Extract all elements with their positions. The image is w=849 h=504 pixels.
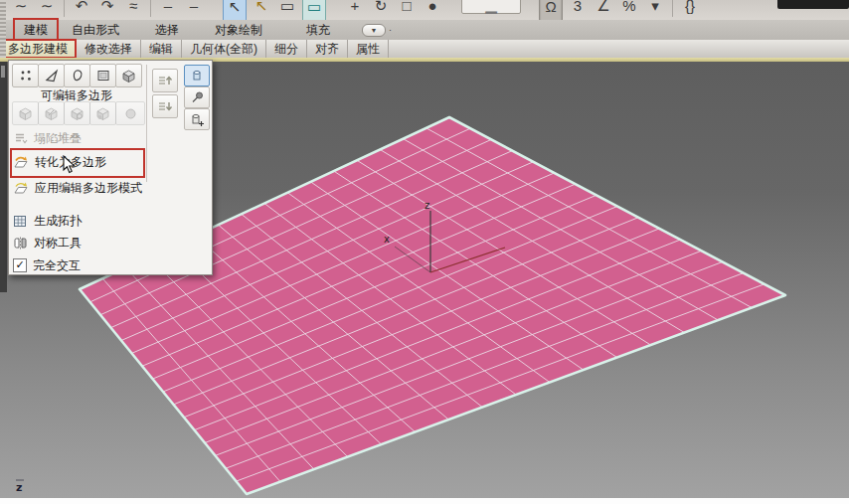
preset-button-2: [38, 101, 65, 125]
ribbon-section-bar: 多边形建模 修改选择 编辑 几何体(全部) 细分 对齐 属性: [0, 40, 849, 58]
window-edge-grip: [0, 0, 6, 58]
symmetry-tools-icon: [13, 236, 28, 251]
world-axis-z-label: z: [16, 481, 22, 494]
border-icon: [71, 69, 85, 83]
symmetry-tools-item[interactable]: 对称工具: [13, 233, 202, 252]
convert-to-poly-item[interactable]: 转化为多边形: [13, 152, 202, 172]
section-geometry-all[interactable]: 几何体(全部): [182, 40, 266, 58]
ribbon-minimize-icon: ▼: [362, 24, 386, 37]
element-mode-button[interactable]: [115, 64, 142, 87]
cutoff-ui-fragment: [777, 0, 849, 9]
polygon-icon: [96, 69, 110, 83]
toolbar-slot-icon[interactable]: ‒: [157, 0, 179, 21]
polygon-modeling-panel: 可编辑多边形 塌陷堆叠 转化为多边形: [8, 60, 213, 275]
move-icon[interactable]: +: [344, 0, 366, 21]
convert-to-poly-icon: [13, 155, 29, 170]
link-wave-icon[interactable]: ≈: [122, 0, 144, 21]
region-rect-icon[interactable]: ▭: [276, 0, 298, 21]
section-edit[interactable]: 编辑: [141, 40, 182, 58]
show-end-result-button[interactable]: [184, 65, 210, 86]
generate-topology-icon: [13, 214, 28, 229]
sphere-icon[interactable]: ●: [422, 0, 443, 21]
tab-modeling[interactable]: 建模: [18, 20, 54, 41]
tab-populate[interactable]: 填充: [300, 20, 336, 41]
modifier-up-icon: [157, 74, 173, 87]
border-mode-button[interactable]: [64, 64, 90, 87]
section-subdivision[interactable]: 细分: [266, 40, 307, 58]
scale-icon[interactable]: □: [396, 0, 418, 21]
tab-selection[interactable]: 选择: [149, 20, 185, 41]
apply-edit-poly-item[interactable]: 应用编辑多边形模式: [13, 178, 202, 198]
toolbar-separator: [64, 0, 65, 17]
ribbon-overflow-dot-icon: ·: [389, 25, 392, 35]
collapse-stack-item: 塌陷堆叠: [13, 128, 202, 148]
named-selection-icon[interactable]: {}: [679, 0, 701, 21]
edge-mode-button[interactable]: [38, 64, 65, 87]
section-polygon-modeling-label: 多边形建模: [8, 41, 68, 58]
previous-modifier-button[interactable]: [152, 69, 178, 92]
preset-button-5: [115, 101, 145, 125]
toolbar-separator: [672, 0, 673, 17]
symmetry-tools-label: 对称工具: [34, 235, 82, 252]
collapse-stack-icon: [13, 131, 28, 146]
preset-button-3: [64, 101, 90, 125]
ribbon-overflow-button[interactable]: ▼ ·: [362, 24, 392, 37]
main-toolbar: ∼∼↶↷≈‒‒↖↖▭▭+↻□●▁Ω3∠%▾{}: [0, 0, 849, 21]
mirror-curve-icon[interactable]: ∼: [10, 0, 32, 21]
pin-stack-button[interactable]: [184, 86, 210, 108]
tripod-z-label: z: [424, 200, 429, 211]
page-bottom-margin: [0, 498, 849, 504]
mouse-cursor: [62, 155, 78, 175]
mirror-curve2-icon[interactable]: ∼: [36, 0, 58, 21]
tab-object-paint[interactable]: 对象绘制: [209, 20, 268, 41]
vertex-icon: [19, 69, 33, 83]
generate-topology-label: 生成拓扑: [34, 213, 82, 230]
collapse-stack-label: 塌陷堆叠: [34, 130, 82, 147]
snap-3d-icon[interactable]: 3: [567, 0, 589, 21]
tab-freeform[interactable]: 自由形式: [66, 20, 125, 41]
add-modifier-button[interactable]: [184, 108, 210, 130]
reference-coordsys-dropdown[interactable]: ▁: [461, 0, 521, 14]
section-modify-selection[interactable]: 修改选择: [77, 40, 141, 58]
apply-edit-poly-label: 应用编辑多边形模式: [35, 180, 142, 197]
apply-edit-poly-icon: [13, 181, 29, 196]
section-properties[interactable]: 属性: [348, 40, 389, 58]
edge-icon: [45, 69, 59, 83]
section-polygon-modeling[interactable]: 多边形建模: [0, 40, 77, 58]
snap-magnet-icon[interactable]: Ω: [539, 0, 563, 21]
undo-icon[interactable]: ↶: [71, 0, 92, 21]
preset-button-4: [89, 101, 116, 125]
tripod-x-label: x: [384, 234, 390, 245]
generate-topology-item[interactable]: 生成拓扑: [13, 211, 202, 231]
full-interactivity-label: 完全交互: [33, 257, 81, 274]
polygon-mode-button[interactable]: [89, 64, 116, 87]
snap-dropdown-arrow-icon[interactable]: ▾: [644, 0, 666, 21]
toolbar-slot-icon[interactable]: ‒: [183, 0, 205, 21]
next-modifier-button[interactable]: [152, 94, 178, 118]
vertex-mode-button[interactable]: [12, 64, 39, 87]
cylinder-plus-icon: [190, 112, 205, 127]
percent-snap-icon[interactable]: %: [618, 0, 640, 21]
full-interactivity-checkbox[interactable]: ✓: [13, 258, 27, 272]
redo-icon[interactable]: ↷: [96, 0, 118, 21]
select-by-name-icon[interactable]: ↖: [251, 0, 272, 21]
toolbar-separator: [150, 0, 151, 17]
modifier-down-icon: [157, 99, 173, 113]
region-crossing-icon[interactable]: ▭: [302, 0, 326, 21]
viewport-left-edge: [0, 62, 7, 292]
select-object-icon[interactable]: ↖: [223, 0, 247, 21]
full-interactivity-item[interactable]: ✓ 完全交互: [13, 255, 202, 275]
preset-button-1: [12, 101, 39, 125]
viewport-edge-notch: [1, 66, 5, 78]
ribbon-tab-bar: 建模 自由形式 选择 对象绘制 填充 ▼ ·: [0, 20, 849, 40]
tab-modeling-label: 建模: [24, 23, 48, 37]
cylinder-icon: [190, 69, 204, 83]
rotate-icon[interactable]: ↻: [370, 0, 392, 21]
angle-snap-icon[interactable]: ∠: [593, 0, 614, 21]
element-cube-icon: [121, 69, 136, 84]
section-align[interactable]: 对齐: [307, 40, 348, 58]
pin-icon: [190, 90, 204, 104]
